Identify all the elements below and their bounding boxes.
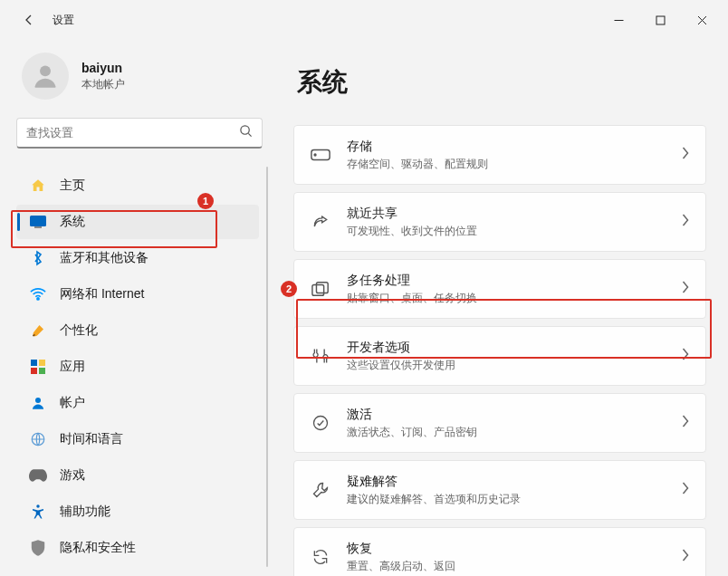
shield-icon (29, 539, 47, 557)
titlebar: 设置 (0, 0, 728, 40)
brush-icon (29, 322, 47, 340)
sidebar-item-privacy[interactable]: 隐私和安全性 (16, 531, 259, 565)
chevron-right-icon (682, 348, 689, 364)
recovery-icon (311, 547, 330, 567)
sidebar-item-time-language[interactable]: 时间和语言 (16, 422, 259, 456)
svg-point-14 (314, 154, 316, 156)
share-icon (311, 212, 330, 232)
card-title: 激活 (347, 407, 682, 423)
sidebar-item-accessibility[interactable]: 辅助功能 (16, 494, 259, 529)
svg-rect-8 (31, 368, 37, 374)
card-troubleshoot[interactable]: 疑难解答 建议的疑难解答、首选项和历史记录 (293, 460, 706, 520)
sidebar-item-personalization[interactable]: 个性化 (16, 313, 259, 348)
close-icon (697, 15, 707, 25)
back-button[interactable] (14, 5, 43, 34)
multitask-icon (311, 279, 330, 299)
card-subtitle: 重置、高级启动、返回 (347, 559, 682, 574)
svg-point-2 (241, 126, 249, 134)
sidebar-item-label: 主页 (60, 178, 85, 194)
maximize-button[interactable] (639, 5, 681, 34)
svg-rect-15 (312, 284, 324, 295)
wifi-icon (29, 285, 47, 303)
chevron-right-icon (682, 549, 689, 565)
sidebar-item-label: 蓝牙和其他设备 (60, 250, 148, 266)
person-icon (30, 61, 61, 91)
search-box[interactable] (16, 118, 263, 149)
avatar (22, 53, 69, 100)
sidebar-item-label: 应用 (60, 359, 85, 375)
check-circle-icon (311, 413, 330, 433)
card-subtitle: 激活状态、订阅、产品密钥 (347, 425, 682, 440)
card-title: 开发者选项 (347, 340, 682, 356)
sidebar-item-label: 系统 (60, 214, 85, 230)
arrow-left-icon (22, 13, 36, 27)
svg-rect-3 (30, 216, 46, 226)
window-controls (598, 5, 723, 34)
svg-rect-9 (39, 368, 45, 374)
card-subtitle: 可发现性、收到文件的位置 (347, 224, 682, 239)
accessibility-icon (29, 503, 47, 521)
svg-point-17 (314, 417, 328, 430)
card-title: 存储 (347, 139, 682, 155)
chevron-right-icon (682, 281, 689, 297)
storage-icon (311, 145, 330, 165)
profile-subtitle: 本地帐户 (81, 77, 125, 92)
card-recovery[interactable]: 恢复 重置、高级启动、返回 (293, 527, 706, 576)
svg-rect-7 (39, 360, 45, 366)
wrench-icon (311, 480, 330, 500)
card-subtitle: 这些设置仅供开发使用 (347, 358, 682, 373)
sidebar-item-system[interactable]: 系统 (16, 205, 259, 239)
window-title: 设置 (53, 13, 74, 28)
svg-point-12 (36, 504, 39, 507)
chevron-right-icon (682, 482, 689, 498)
sidebar-item-home[interactable]: 主页 (16, 168, 259, 203)
chevron-right-icon (682, 147, 689, 163)
sidebar-scrollbar[interactable] (266, 167, 268, 567)
apps-icon (29, 358, 47, 376)
sidebar-item-gaming[interactable]: 游戏 (16, 458, 259, 493)
card-title: 疑难解答 (347, 474, 682, 490)
page-title: 系统 (297, 65, 706, 100)
svg-point-1 (40, 65, 51, 76)
bluetooth-icon (29, 249, 47, 267)
sidebar-item-label: 隐私和安全性 (60, 540, 136, 556)
card-title: 恢复 (347, 541, 682, 557)
minimize-icon (614, 15, 624, 25)
close-button[interactable] (681, 5, 723, 34)
svg-rect-0 (656, 16, 665, 24)
sidebar-item-apps[interactable]: 应用 (16, 350, 259, 384)
sidebar: baiyun 本地帐户 主页 系统 (0, 40, 272, 576)
sidebar-item-network[interactable]: 网络和 Internet (16, 277, 259, 312)
search-icon (239, 124, 253, 141)
svg-rect-6 (31, 360, 37, 366)
chevron-right-icon (682, 214, 689, 230)
sidebar-item-label: 帐户 (60, 395, 85, 411)
card-multitasking[interactable]: 多任务处理 贴靠窗口、桌面、任务切换 (293, 259, 706, 319)
svg-rect-4 (34, 226, 42, 228)
maximize-icon (656, 15, 666, 25)
sidebar-item-label: 辅助功能 (60, 504, 110, 520)
main-panel: 系统 存储 存储空间、驱动器、配置规则 就近共享 可发现性、收到文件的位置 (272, 40, 728, 576)
card-subtitle: 存储空间、驱动器、配置规则 (347, 157, 682, 172)
sidebar-item-label: 个性化 (60, 322, 98, 339)
card-storage[interactable]: 存储 存储空间、驱动器、配置规则 (293, 125, 706, 185)
card-title: 就近共享 (347, 206, 682, 222)
card-developer-options[interactable]: 开发者选项 这些设置仅供开发使用 (293, 326, 706, 386)
sidebar-item-accounts[interactable]: 帐户 (16, 386, 259, 420)
sidebar-item-label: 游戏 (60, 467, 85, 484)
minimize-button[interactable] (598, 5, 639, 34)
card-subtitle: 建议的疑难解答、首选项和历史记录 (347, 492, 682, 507)
card-subtitle: 贴靠窗口、桌面、任务切换 (347, 291, 682, 306)
profile-block[interactable]: baiyun 本地帐户 (16, 53, 268, 100)
developer-icon (311, 346, 330, 366)
card-nearby-sharing[interactable]: 就近共享 可发现性、收到文件的位置 (293, 192, 706, 252)
globe-clock-icon (29, 430, 47, 448)
gamepad-icon (29, 466, 47, 485)
account-icon (29, 394, 47, 412)
sidebar-item-bluetooth[interactable]: 蓝牙和其他设备 (16, 241, 259, 275)
card-activation[interactable]: 激活 激活状态、订阅、产品密钥 (293, 393, 706, 453)
search-input[interactable] (26, 126, 239, 139)
svg-point-5 (37, 298, 39, 300)
chevron-right-icon (682, 415, 689, 431)
nav-list: 主页 系统 蓝牙和其他设备 网络和 Internet (16, 167, 268, 567)
